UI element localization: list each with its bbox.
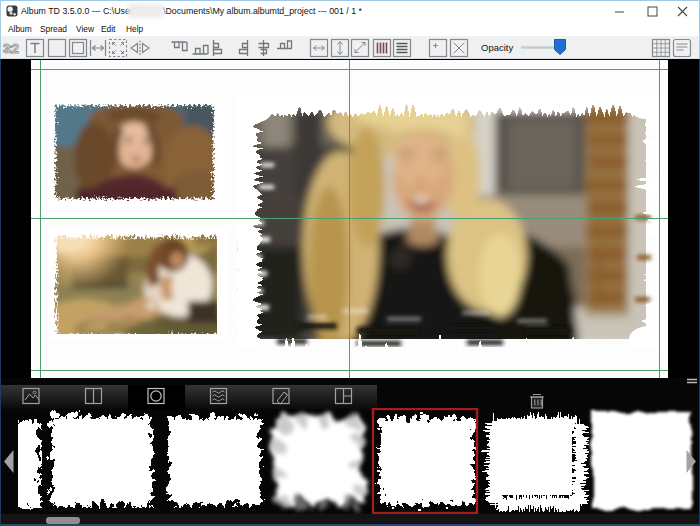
- svg-text:3:2: 3:2: [3, 42, 19, 56]
